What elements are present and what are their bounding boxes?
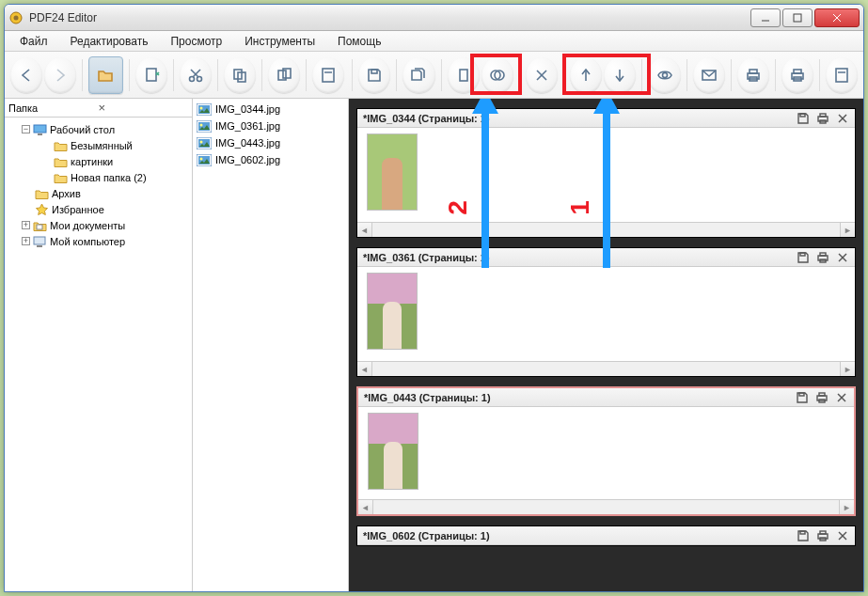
paste-button[interactable] bbox=[268, 57, 300, 93]
cut-button[interactable] bbox=[180, 57, 212, 93]
tree-item[interactable]: Избранное bbox=[7, 201, 190, 217]
doc-title: *IMG_0361 (Страницы: 1) bbox=[363, 252, 796, 263]
sidebar-close-icon[interactable]: × bbox=[99, 101, 189, 115]
document-workarea[interactable]: 2 1 *IMG_0344 (Страницы: 1) ◄► *IMG_0361… bbox=[349, 99, 863, 591]
tree-item[interactable]: +Мои документы bbox=[7, 217, 190, 233]
doc-save-button[interactable] bbox=[796, 250, 810, 264]
delete-button[interactable] bbox=[526, 57, 558, 93]
svg-point-1 bbox=[14, 15, 19, 20]
tree-item[interactable]: Новая папка (2) bbox=[7, 169, 190, 185]
doc-save-button[interactable] bbox=[796, 111, 810, 125]
svg-rect-31 bbox=[750, 70, 757, 73]
desktop-icon bbox=[33, 123, 47, 136]
doc-scrollbar[interactable]: ◄► bbox=[358, 499, 854, 514]
document-panel[interactable]: *IMG_0443 (Страницы: 1) ◄► bbox=[356, 386, 856, 516]
doc-header[interactable]: *IMG_0443 (Страницы: 1) bbox=[358, 388, 854, 407]
menu-file[interactable]: Файл bbox=[10, 33, 57, 50]
new-doc-button[interactable] bbox=[135, 57, 167, 93]
tree-expander-icon[interactable]: − bbox=[22, 125, 30, 133]
file-label: IMG_0602.jpg bbox=[215, 154, 280, 165]
svg-point-54 bbox=[200, 157, 203, 160]
copy-button[interactable] bbox=[224, 57, 256, 93]
back-button[interactable] bbox=[10, 57, 42, 93]
tree-item-label: Мои документы bbox=[50, 220, 125, 231]
file-list[interactable]: IMG_0344.jpgIMG_0361.jpgIMG_0443.jpgIMG_… bbox=[193, 99, 349, 591]
file-item[interactable]: IMG_0361.jpg bbox=[195, 118, 346, 134]
image-file-icon bbox=[197, 103, 212, 116]
image-file-icon bbox=[197, 154, 212, 166]
doc-header[interactable]: *IMG_0602 (Страницы: 1) bbox=[357, 526, 855, 545]
tree-item[interactable]: −Рабочий стол bbox=[7, 121, 190, 137]
folder-icon bbox=[35, 187, 49, 200]
svg-rect-57 bbox=[820, 114, 826, 117]
doc-close-button[interactable] bbox=[835, 111, 849, 125]
doc-print-button[interactable] bbox=[815, 111, 829, 125]
menu-tools[interactable]: Инструменты bbox=[235, 33, 324, 50]
tree-item-label: Архив bbox=[52, 188, 81, 199]
doc-close-button[interactable] bbox=[834, 390, 848, 404]
print-all-button[interactable] bbox=[781, 57, 813, 93]
document-panel[interactable]: *IMG_0602 (Страницы: 1) bbox=[356, 525, 856, 546]
doc-title: *IMG_0602 (Страницы: 1) bbox=[363, 530, 796, 541]
tree-expander-icon[interactable]: + bbox=[22, 221, 30, 229]
doc-save-button[interactable] bbox=[796, 528, 810, 542]
page-thumbnail[interactable] bbox=[368, 413, 418, 490]
doc-print-button[interactable] bbox=[814, 390, 829, 404]
folder-tree[interactable]: −Рабочий столБезымянныйкартинкиНовая пап… bbox=[5, 118, 192, 591]
menubar: Файл Редактировать Просмотр Инструменты … bbox=[5, 31, 863, 52]
favorites-icon bbox=[35, 203, 49, 216]
folder-icon bbox=[54, 155, 68, 168]
page-thumbnail[interactable] bbox=[367, 133, 418, 211]
doc-scrollbar[interactable]: ◄► bbox=[357, 361, 855, 376]
email-button[interactable] bbox=[693, 57, 725, 93]
doc-header[interactable]: *IMG_0344 (Страницы: 1) bbox=[357, 109, 855, 128]
toolbar bbox=[5, 52, 863, 99]
doc-title: *IMG_0443 (Страницы: 1) bbox=[364, 392, 795, 403]
forward-button[interactable] bbox=[44, 57, 76, 93]
doc-close-button[interactable] bbox=[835, 250, 849, 264]
file-item[interactable]: IMG_0602.jpg bbox=[195, 151, 346, 168]
scroll-left-icon[interactable]: ◄ bbox=[357, 362, 372, 376]
tree-item[interactable]: Архив bbox=[7, 185, 190, 201]
menu-help[interactable]: Помощь bbox=[328, 33, 390, 50]
doc-close-button[interactable] bbox=[835, 528, 849, 542]
svg-rect-40 bbox=[37, 225, 42, 229]
calc2-button[interactable] bbox=[826, 57, 858, 93]
scroll-left-icon[interactable]: ◄ bbox=[358, 500, 373, 514]
titlebar[interactable]: PDF24 Editor bbox=[5, 5, 863, 31]
maximize-button[interactable] bbox=[782, 8, 813, 27]
menu-edit[interactable]: Редактировать bbox=[61, 33, 158, 50]
file-item[interactable]: IMG_0443.jpg bbox=[195, 134, 346, 151]
tree-item-label: Избранное bbox=[52, 204, 104, 215]
menu-view[interactable]: Просмотр bbox=[161, 33, 231, 50]
doc-print-button[interactable] bbox=[815, 528, 829, 542]
print-button[interactable] bbox=[737, 57, 769, 93]
save-button[interactable] bbox=[358, 57, 390, 93]
page-thumbnail[interactable] bbox=[367, 273, 418, 350]
document-panel[interactable]: *IMG_0361 (Страницы: 1) ◄► bbox=[356, 247, 856, 377]
doc-save-button[interactable] bbox=[795, 390, 809, 404]
open-folder-button[interactable] bbox=[88, 56, 122, 94]
calc-button[interactable] bbox=[312, 57, 344, 93]
minimize-button[interactable] bbox=[750, 8, 781, 27]
file-label: IMG_0344.jpg bbox=[215, 103, 280, 115]
tree-expander-icon[interactable]: + bbox=[22, 237, 30, 245]
doc-header[interactable]: *IMG_0361 (Страницы: 1) bbox=[357, 248, 855, 267]
tree-item[interactable]: +Мой компьютер bbox=[7, 233, 190, 249]
content-area: Папка × −Рабочий столБезымянныйкартинкиН… bbox=[5, 99, 863, 591]
save-all-button[interactable] bbox=[402, 57, 434, 93]
tree-item[interactable]: Безымянный bbox=[7, 137, 190, 153]
scroll-right-icon[interactable]: ► bbox=[840, 362, 855, 376]
close-button[interactable] bbox=[814, 8, 860, 27]
scroll-right-icon[interactable]: ► bbox=[840, 223, 855, 237]
document-panel[interactable]: *IMG_0344 (Страницы: 1) ◄► bbox=[356, 108, 856, 238]
doc-print-button[interactable] bbox=[815, 250, 829, 264]
scroll-right-icon[interactable]: ► bbox=[839, 500, 854, 514]
preview-button[interactable] bbox=[648, 57, 680, 93]
scroll-left-icon[interactable]: ◄ bbox=[357, 223, 372, 237]
file-item[interactable]: IMG_0344.jpg bbox=[195, 101, 346, 118]
doc-scrollbar[interactable]: ◄► bbox=[357, 222, 855, 237]
svg-rect-21 bbox=[460, 70, 467, 81]
tree-item[interactable]: картинки bbox=[7, 153, 190, 169]
svg-rect-67 bbox=[799, 393, 804, 396]
